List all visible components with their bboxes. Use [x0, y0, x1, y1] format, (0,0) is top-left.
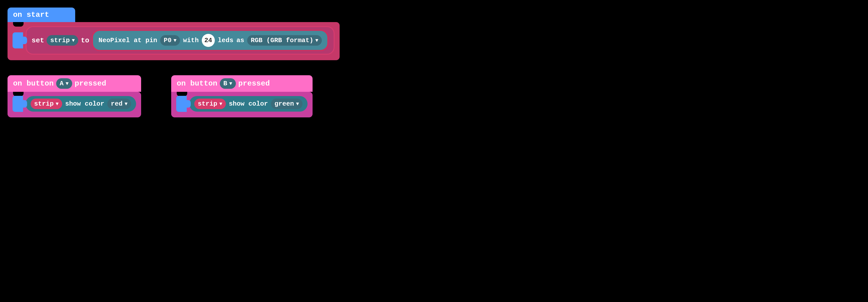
on-button-b-hat-label: on button — [177, 79, 217, 88]
connector-tab-shape-a — [12, 96, 23, 112]
button-a-label: A — [60, 80, 64, 87]
show-a-label: show color — [65, 100, 104, 108]
button-b-label: B — [223, 80, 227, 87]
with-label: with — [183, 37, 198, 44]
on-button-b-block: on button B ▼ pressed strip ▼ — [171, 75, 313, 117]
pressed-b-label: pressed — [238, 79, 270, 88]
connector-tab-shape-b — [176, 96, 187, 112]
strip-label-set: strip — [50, 37, 70, 44]
set-row: set strip ▼ to NeoPixel at pin P0 ▼ wit — [26, 26, 335, 55]
leds-label: leds — [218, 37, 234, 44]
on-start-block: on start set strip ▼ to — [7, 7, 340, 60]
color-b-dropdown-arrow: ▼ — [296, 101, 299, 107]
on-start-label: on start — [13, 10, 49, 19]
strip-b-dropdown-arrow: ▼ — [219, 101, 222, 107]
button-a-dropdown-arrow: ▼ — [66, 81, 69, 87]
neopixel-label: NeoPixel at pin — [98, 37, 157, 44]
show-color-a-block: strip ▼ show color red ▼ — [26, 96, 136, 112]
connector-tab-shape — [12, 32, 23, 49]
format-dropdown[interactable]: RGB (GRB format) ▼ — [247, 35, 322, 46]
strip-b-dropdown[interactable]: strip ▼ — [194, 98, 226, 109]
on-button-a-block: on button A ▼ pressed strip ▼ — [7, 75, 141, 117]
pressed-a-label: pressed — [75, 79, 106, 88]
neopixel-block: NeoPixel at pin P0 ▼ with 24 leds as R — [92, 30, 329, 51]
color-a-dropdown[interactable]: red ▼ — [107, 98, 131, 109]
as-label: as — [236, 37, 244, 44]
color-b-dropdown[interactable]: green ▼ — [271, 98, 303, 109]
strip-dropdown-arrow-set: ▼ — [72, 38, 75, 43]
show-color-b-block: strip ▼ show color green ▼ — [189, 96, 308, 112]
strip-a-dropdown-arrow: ▼ — [56, 101, 59, 107]
strip-b-label: strip — [198, 100, 217, 108]
connector-tab-b — [176, 96, 187, 112]
strip-a-label: strip — [34, 100, 54, 108]
on-button-b-body: strip ▼ show color green ▼ — [171, 92, 313, 117]
color-b-label: green — [275, 100, 294, 108]
color-a-label: red — [111, 100, 123, 108]
connector-tab — [12, 32, 23, 49]
format-dropdown-arrow: ▼ — [315, 38, 318, 43]
leds-value: 24 — [204, 37, 212, 44]
button-b-dropdown-arrow: ▼ — [229, 81, 232, 87]
connector-tab-a — [12, 96, 23, 112]
on-start-block-group: on start set strip ▼ to — [7, 7, 861, 60]
workspace: on start set strip ▼ to — [7, 7, 861, 117]
on-button-a-hat[interactable]: on button A ▼ pressed — [7, 75, 141, 92]
on-button-a-hat-label: on button — [13, 79, 54, 88]
strip-a-dropdown[interactable]: strip ▼ — [31, 98, 62, 109]
set-label: set — [32, 37, 44, 44]
strip-dropdown-set[interactable]: strip ▼ — [46, 35, 78, 46]
button-b-dropdown[interactable]: B ▼ — [220, 78, 236, 89]
button-a-dropdown[interactable]: A ▼ — [56, 78, 72, 89]
pin-dropdown-arrow: ▼ — [174, 38, 177, 43]
on-start-body: set strip ▼ to NeoPixel at pin P0 ▼ wit — [7, 22, 340, 60]
format-label: RGB (GRB format) — [251, 37, 313, 44]
on-start-hat[interactable]: on start — [7, 7, 75, 22]
pin-label: P0 — [164, 37, 172, 44]
on-button-b-hat[interactable]: on button B ▼ pressed — [171, 75, 313, 92]
on-button-a-body: strip ▼ show color red ▼ — [7, 92, 141, 117]
pin-dropdown[interactable]: P0 ▼ — [160, 35, 180, 46]
to-label: to — [81, 37, 89, 44]
color-a-dropdown-arrow: ▼ — [125, 101, 128, 107]
leds-value-circle[interactable]: 24 — [202, 34, 215, 47]
on-button-blocks-row: on button A ▼ pressed strip ▼ — [7, 75, 861, 117]
show-b-label: show color — [229, 100, 268, 108]
